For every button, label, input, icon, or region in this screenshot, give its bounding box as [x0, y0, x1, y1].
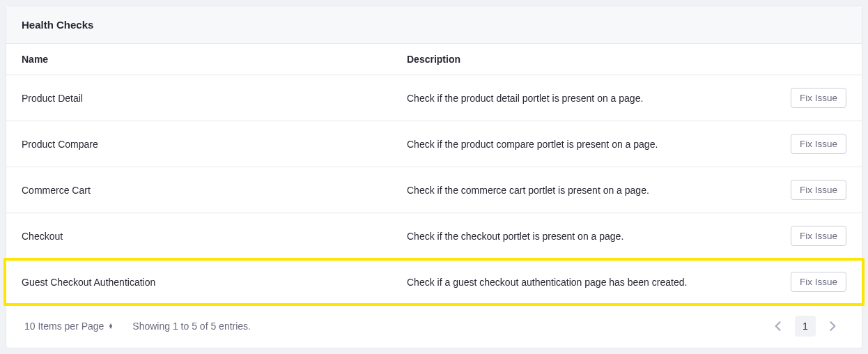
row-name: Guest Checkout Authentication — [22, 277, 407, 288]
items-per-page-selector[interactable]: 10 Items per Page ▲▼ — [24, 321, 113, 332]
row-name: Product Detail — [22, 93, 407, 104]
pagination: 1 — [767, 316, 844, 337]
column-header-action — [777, 54, 846, 65]
table-row: Guest Checkout AuthenticationCheck if a … — [6, 259, 862, 305]
chevron-right-icon — [830, 321, 837, 331]
row-name: Commerce Cart — [22, 185, 407, 196]
panel-header: Health Checks — [6, 6, 862, 44]
fix-issue-button[interactable]: Fix Issue — [791, 226, 846, 246]
fix-issue-button[interactable]: Fix Issue — [791, 272, 846, 292]
row-name: Checkout — [22, 231, 407, 242]
pagination-prev-button[interactable] — [767, 316, 788, 337]
row-description: Check if the product detail portlet is p… — [407, 93, 777, 104]
table-row: Product DetailCheck if the product detai… — [6, 75, 862, 121]
row-description: Check if the checkout portlet is present… — [407, 231, 777, 242]
table-row: Commerce CartCheck if the commerce cart … — [6, 167, 862, 213]
row-description: Check if a guest checkout authentication… — [407, 277, 777, 288]
table-header-row: Name Description — [6, 44, 862, 75]
panel-title: Health Checks — [22, 19, 846, 31]
items-per-page-label: 10 Items per Page — [24, 321, 104, 332]
table-row: CheckoutCheck if the checkout portlet is… — [6, 213, 862, 259]
table-body: Product DetailCheck if the product detai… — [6, 75, 862, 305]
pagination-page-current[interactable]: 1 — [795, 316, 816, 337]
health-checks-panel: Health Checks Name Description Product D… — [6, 6, 862, 348]
entries-info: Showing 1 to 5 of 5 entries. — [132, 321, 251, 332]
row-action: Fix Issue — [777, 88, 846, 108]
table-row: Product CompareCheck if the product comp… — [6, 121, 862, 167]
row-description: Check if the product compare portlet is … — [407, 139, 777, 150]
row-action: Fix Issue — [777, 134, 846, 154]
column-header-name: Name — [22, 54, 407, 65]
row-name: Product Compare — [22, 139, 407, 150]
fix-issue-button[interactable]: Fix Issue — [791, 180, 846, 200]
pagination-next-button[interactable] — [823, 316, 844, 337]
fix-issue-button[interactable]: Fix Issue — [791, 88, 846, 108]
row-description: Check if the commerce cart portlet is pr… — [407, 185, 777, 196]
caret-up-down-icon: ▲▼ — [108, 323, 113, 329]
chevron-left-icon — [774, 321, 781, 331]
table-footer: 10 Items per Page ▲▼ Showing 1 to 5 of 5… — [6, 305, 862, 348]
column-header-description: Description — [407, 54, 777, 65]
row-action: Fix Issue — [777, 272, 846, 292]
fix-issue-button[interactable]: Fix Issue — [791, 134, 846, 154]
row-action: Fix Issue — [777, 226, 846, 246]
row-action: Fix Issue — [777, 180, 846, 200]
